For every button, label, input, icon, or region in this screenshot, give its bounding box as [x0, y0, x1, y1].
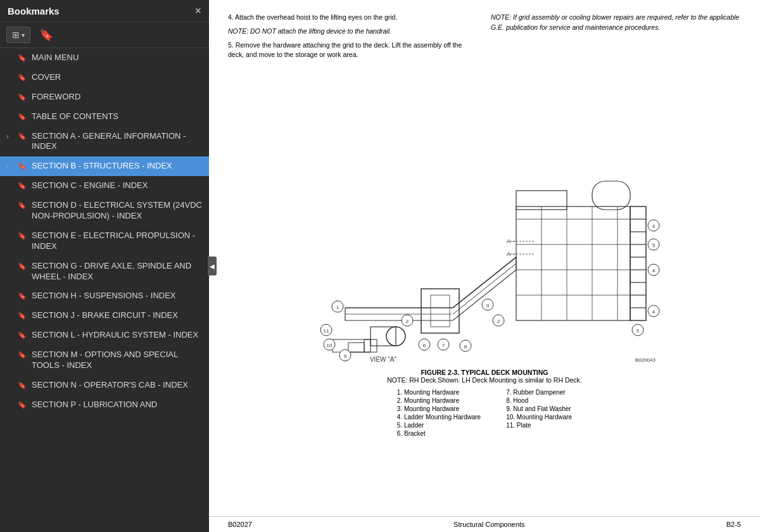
sidebar-header: Bookmarks ×: [0, 0, 209, 22]
sidebar-item-toc[interactable]: 🔖TABLE OF CONTENTS: [0, 107, 209, 127]
svg-text:5: 5: [652, 243, 656, 248]
svg-text:2: 2: [406, 319, 409, 324]
footer-center: Structural Components: [453, 521, 525, 528]
svg-text:8: 8: [464, 344, 467, 350]
svg-text:4: 4: [652, 268, 656, 274]
page-top-content: 4. Attach the overhead hoist to the lift…: [228, 13, 741, 64]
svg-text:4: 4: [652, 309, 656, 315]
bookmark-label-section-p: SECTION P - LUBRICATION AND: [32, 400, 203, 410]
parts-item: 2. Mounting Hardware: [397, 397, 481, 404]
sidebar-wrapper: Bookmarks × ⊞ ▾ 🔖 🔖MAIN MENU 🔖COVER 🔖FOR…: [0, 0, 209, 532]
right-column: NOTE: If grid assembly or cooling blower…: [491, 13, 741, 64]
figure-caption-note: NOTE: RH Deck Shown. LH Deck Mounting is…: [387, 376, 582, 384]
bookmark-icon-main-menu: 🔖: [18, 53, 28, 62]
parts-item: 1. Mounting Hardware: [397, 389, 481, 396]
page-body: 4. Attach the overhead hoist to the lift…: [209, 0, 760, 516]
bookmark-label-section-c: SECTION C - ENGINE - INDEX: [32, 180, 203, 191]
page-container: 4. Attach the overhead hoist to the lift…: [209, 0, 760, 532]
note2-text: NOTE: If grid assembly or cooling blower…: [491, 13, 741, 33]
bookmark-label-section-m: SECTION M - OPTIONS AND SPECIAL TOOLS - …: [32, 350, 203, 371]
bookmark-icon-section-l: 🔖: [18, 331, 28, 339]
svg-text:10: 10: [327, 343, 332, 348]
sidebar-list-button[interactable]: ⊞ ▾: [6, 27, 30, 43]
sidebar-title: Bookmarks: [8, 6, 60, 16]
list-icon: ⊞: [12, 30, 20, 40]
bookmark-label-section-h: SECTION H - SUSPENSIONS - INDEX: [32, 291, 203, 301]
bookmark-label-section-n: SECTION N - OPERATOR'S CAB - INDEX: [32, 380, 203, 391]
parts-item: 9. Nut and Flat Washer: [506, 405, 572, 412]
sidebar-item-section-j[interactable]: 🔖SECTION J - BRAKE CIRCUIT - INDEX: [0, 306, 209, 326]
sidebar-item-foreword[interactable]: 🔖FOREWORD: [0, 87, 209, 107]
bookmark-icon-section-g: 🔖: [18, 262, 28, 270]
sidebar-item-section-l[interactable]: 🔖SECTION L - HYDRAULIC SYSTEM - INDEX: [0, 326, 209, 345]
sidebar-item-section-g[interactable]: 🔖SECTION G - DRIVE AXLE, SPINDLE AND WHE…: [0, 256, 209, 287]
sidebar-item-section-h[interactable]: 🔖SECTION H - SUSPENSIONS - INDEX: [0, 286, 209, 306]
svg-text:4: 4: [652, 224, 656, 229]
bookmark-icon-section-n: 🔖: [18, 381, 28, 390]
bookmark-label-section-e: SECTION E - ELECTRICAL PROPULSION - INDE…: [32, 231, 203, 252]
sidebar-item-section-e[interactable]: 🔖SECTION E - ELECTRICAL PROPULSION - IND…: [0, 226, 209, 256]
step4-text: 4. Attach the overhead hoist to the lift…: [228, 13, 478, 23]
bookmark-icon-section-h: 🔖: [18, 291, 28, 300]
diagram-area: A→ A→ 1 2 2: [228, 70, 741, 510]
diagram-svg: A→ A→ 1 2 2: [294, 143, 674, 365]
bookmark-label-section-l: SECTION L - HYDRAULIC SYSTEM - INDEX: [32, 330, 203, 341]
sidebar-item-section-p[interactable]: 🔖SECTION P - LUBRICATION AND: [0, 395, 209, 415]
diagram-svg-container: A→ A→ 1 2 2: [228, 143, 741, 365]
sidebar-bookmark-icon-button[interactable]: 🔖: [35, 26, 57, 44]
footer-left: B02027: [228, 521, 252, 528]
parts-col-1: 1. Mounting Hardware2. Mounting Hardware…: [397, 389, 481, 437]
bookmark-label-section-d: SECTION D - ELECTRICAL SYSTEM (24VDC NON…: [32, 200, 203, 222]
main-content: 4. Attach the overhead hoist to the lift…: [209, 0, 760, 532]
sidebar-item-cover[interactable]: 🔖COVER: [0, 68, 209, 87]
svg-text:A→: A→: [507, 238, 516, 244]
parts-item: 11. Plate: [506, 422, 572, 429]
note1-text: NOTE: DO NOT attach the lifting device t…: [228, 27, 478, 37]
sidebar-collapse-arrow[interactable]: ◀: [208, 256, 217, 276]
sidebar-item-main-menu[interactable]: 🔖MAIN MENU: [0, 48, 209, 68]
bookmark-icon-section-p: 🔖: [18, 400, 28, 409]
bookmark-icon-section-d: 🔖: [18, 201, 28, 210]
parts-item: 10. Mounting Hardware: [506, 414, 572, 421]
bookmark-label-main-menu: MAIN MENU: [32, 53, 203, 63]
page-footer: B02027 Structural Components B2-5: [209, 516, 760, 532]
footer-right: B2-5: [726, 521, 741, 528]
sidebar-toolbar: ⊞ ▾ 🔖: [0, 22, 209, 48]
svg-text:A→: A→: [507, 251, 516, 257]
figure-caption-bold: FIGURE 2-3. TYPICAL DECK MOUNTING: [387, 369, 582, 376]
bookmark-label-section-a: SECTION A - GENERAL INFORMATION - INDEX: [32, 131, 203, 153]
sidebar-item-section-m[interactable]: 🔖SECTION M - OPTIONS AND SPECIAL TOOLS -…: [0, 345, 209, 376]
sidebar-item-section-c[interactable]: 🔖SECTION C - ENGINE - INDEX: [0, 176, 209, 196]
chevron-down-icon: ▾: [22, 32, 25, 39]
sidebar-item-section-n[interactable]: 🔖SECTION N - OPERATOR'S CAB - INDEX: [0, 376, 209, 395]
parts-item: 3. Mounting Hardware: [397, 405, 481, 412]
step5-text: 5. Remove the hardware attaching the gri…: [228, 41, 478, 61]
expand-icon-section-b[interactable]: ›: [6, 162, 16, 170]
figure-caption: FIGURE 2-3. TYPICAL DECK MOUNTING NOTE: …: [387, 369, 582, 384]
bookmark-icon-section-j: 🔖: [18, 311, 28, 320]
expand-icon-section-a[interactable]: ›: [6, 132, 16, 141]
sidebar-item-section-d[interactable]: 🔖SECTION D - ELECTRICAL SYSTEM (24VDC NO…: [0, 196, 209, 226]
svg-text:7: 7: [442, 343, 445, 348]
parts-item: 8. Hood: [506, 397, 572, 404]
sidebar-item-section-b[interactable]: ›🔖SECTION B - STRUCTURES - INDEX: [0, 156, 209, 176]
sidebar-item-section-a[interactable]: ›🔖SECTION A - GENERAL INFORMATION - INDE…: [0, 127, 209, 157]
bookmark-icon-section-c: 🔖: [18, 181, 28, 190]
svg-text:2: 2: [497, 319, 500, 324]
sidebar-list[interactable]: 🔖MAIN MENU 🔖COVER 🔖FOREWORD 🔖TABLE OF CO…: [0, 48, 209, 532]
svg-text:9: 9: [344, 353, 347, 359]
bookmark-icon-section-a: 🔖: [18, 132, 28, 141]
sidebar-close-button[interactable]: ×: [194, 5, 201, 16]
left-column: 4. Attach the overhead hoist to the lift…: [228, 13, 478, 64]
svg-text:3: 3: [486, 303, 490, 308]
bookmark-label-section-j: SECTION J - BRAKE CIRCUIT - INDEX: [32, 310, 203, 321]
parts-col-2: 7. Rubber Dampener8. Hood9. Nut and Flat…: [506, 389, 572, 437]
bookmark-label-toc: TABLE OF CONTENTS: [32, 111, 203, 122]
bookmark-label-cover: COVER: [32, 72, 203, 83]
parts-item: 6. Bracket: [397, 430, 481, 437]
svg-text:VIEW "A": VIEW "A": [370, 356, 397, 363]
parts-item: 5. Ladder: [397, 422, 481, 429]
bookmark-label-section-b: SECTION B - STRUCTURES - INDEX: [32, 161, 203, 172]
bookmark-icon-cover: 🔖: [18, 73, 28, 82]
bookmark-icon-toc: 🔖: [18, 112, 28, 121]
